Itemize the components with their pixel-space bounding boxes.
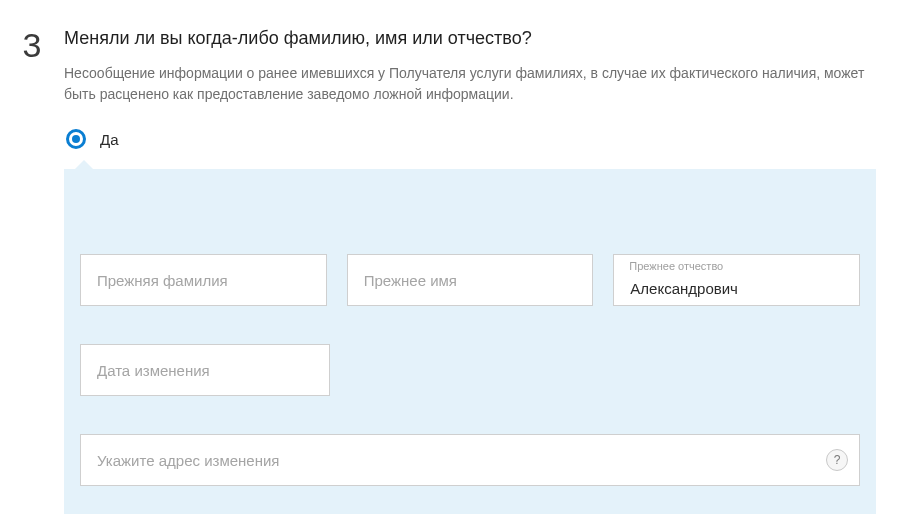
change-address-input[interactable] [80,434,860,486]
radio-yes-label: Да [100,131,119,148]
radio-yes[interactable] [66,129,86,149]
radio-dot-icon [72,135,80,143]
change-date-input[interactable] [80,344,330,396]
step-number: 3 [0,28,64,169]
question-title: Меняли ли вы когда-либо фамилию, имя или… [64,28,875,49]
prev-surname-input[interactable] [80,254,327,306]
expanded-panel: Прежнее отчество ? [64,169,876,514]
help-icon[interactable]: ? [826,449,848,471]
prev-patronymic-label: Прежнее отчество [629,260,723,272]
prev-name-input[interactable] [347,254,594,306]
question-hint: Несообщение информации о ранее имевшихся… [64,63,875,105]
